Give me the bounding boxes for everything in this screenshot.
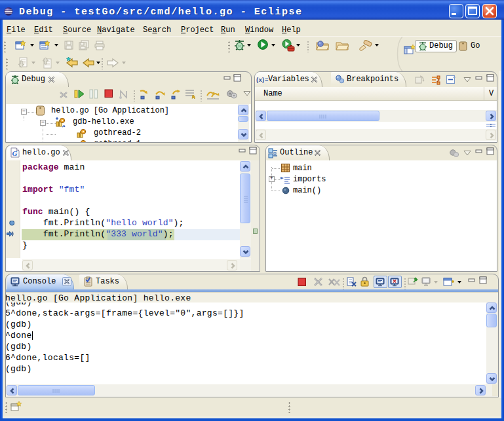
svg-text:(x): (x) — [256, 77, 264, 84]
svg-text:G: G — [12, 149, 18, 157]
